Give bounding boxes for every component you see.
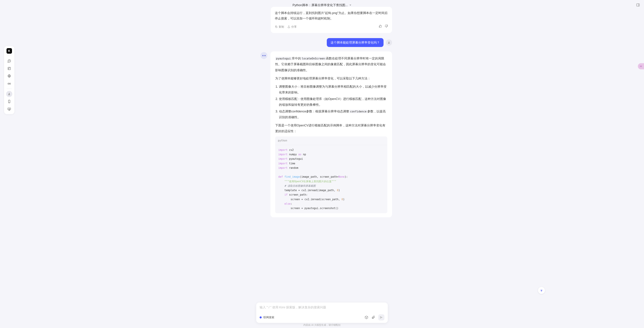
web-search-toggle[interactable]: 联网搜索 — [260, 316, 274, 319]
divider — [7, 89, 12, 89]
assistant-avatar — [260, 52, 267, 59]
user-message-bubble: 这个脚本能处理屏幕分辨率变化吗？ — [327, 38, 384, 47]
svg-point-23 — [642, 66, 642, 66]
chevron-down-icon — [349, 3, 352, 7]
assistant-paragraph: 下面是一个使用OpenCV进行模板匹配的示例脚本，这种方法对屏幕分辨率变化有更好… — [275, 122, 387, 134]
user-avatar-small — [386, 39, 392, 46]
divider — [7, 56, 12, 56]
conversation-title[interactable]: Python脚本：屏幕分辨率变化下查找图... — [292, 3, 352, 7]
svg-point-24 — [640, 67, 640, 67]
ai-disclaimer: 内容由 AI 大模型生成，请仔细甄别 — [303, 324, 340, 327]
thumbs-down-icon[interactable] — [384, 24, 388, 29]
floating-widget-icon[interactable] — [638, 63, 644, 69]
assistant-paragraph: 为了使脚本能够更好地处理屏幕分辨率变化，可以采取以下几种方法： — [275, 75, 387, 81]
code-language-label: python — [275, 136, 387, 145]
svg-point-7 — [9, 75, 10, 76]
svg-point-11 — [9, 93, 10, 94]
svg-point-8 — [8, 83, 9, 84]
web-search-indicator-icon — [260, 316, 262, 319]
assistant-content: pyautogui库中的locateOnScreen函数在处理不同屏幕分辨率时有… — [270, 51, 392, 217]
assistant-text: 这个脚本会持续运行，直到找到图片"起钩.png"为止。如果你想要脚本在一定时间后… — [275, 10, 388, 21]
svg-point-22 — [640, 66, 640, 66]
panel-toggle-icon[interactable] — [636, 3, 640, 7]
inline-code: locateOnScreen — [301, 57, 326, 60]
assistant-list: 调整图像大小：将目标图像调整为与屏幕分辨率相匹配的大小，以减少分辨率变化带来的影… — [279, 84, 387, 120]
download-icon[interactable] — [6, 106, 12, 112]
scroll-to-bottom-button[interactable] — [538, 287, 545, 294]
code-body: import cv2 import numpy as np import pya… — [275, 145, 387, 213]
svg-rect-0 — [637, 4, 640, 6]
title-text: Python脚本：屏幕分辨率变化下查找图... — [292, 3, 348, 7]
svg-point-20 — [388, 42, 389, 42]
mobile-icon[interactable] — [6, 98, 12, 105]
code-block: python import cv2 import numpy as np imp… — [275, 136, 387, 213]
assistant-message-row: pyautogui库中的locateOnScreen函数在处理不同屏幕分辨率时有… — [260, 51, 392, 217]
send-button[interactable] — [378, 314, 384, 321]
assistant-paragraph: pyautogui库中的locateOnScreen函数在处理不同屏幕分辨率时有… — [275, 55, 387, 73]
copy-button[interactable]: 复制 — [275, 24, 284, 29]
svg-point-9 — [10, 83, 10, 84]
list-item: 使用模板匹配：使用图像处理库（如OpenCV）进行模板匹配，这种方法对图像的缩放… — [279, 96, 387, 108]
cube-icon[interactable] — [364, 316, 368, 319]
svg-rect-4 — [8, 67, 10, 70]
svg-point-5 — [8, 68, 9, 69]
thumbs-up-icon[interactable] — [379, 24, 382, 29]
inline-code: confidence — [349, 110, 367, 113]
list-item: 调整图像大小：将目标图像调整为与屏幕分辨率相匹配的大小，以减少分辨率变化带来的影… — [279, 84, 387, 95]
svg-point-25 — [642, 67, 642, 67]
history-icon[interactable] — [6, 65, 12, 72]
svg-point-21 — [640, 66, 642, 67]
user-message-row: 这个脚本能处理屏幕分辨率变化吗？ — [260, 38, 392, 47]
share-button[interactable]: 分享 — [288, 24, 297, 29]
glasses-icon[interactable] — [6, 80, 12, 87]
svg-rect-18 — [276, 26, 277, 28]
attachment-icon[interactable] — [372, 316, 375, 319]
sidebar: K — [4, 46, 14, 114]
chat-input-area: 联网搜索 — [256, 303, 388, 323]
inline-code: pyautogui — [275, 57, 292, 60]
user-avatar[interactable] — [6, 91, 12, 97]
chat-input[interactable] — [260, 306, 384, 309]
assistant-message-card: 这个脚本会持续运行，直到找到图片"起钩.png"为止。如果你想要脚本在一定时间后… — [271, 7, 392, 33]
list-item: 动态调整confidence参数：根据屏幕分辨率动态调整confidence参数… — [279, 108, 387, 120]
message-actions: 复制 分享 — [275, 24, 388, 29]
settings-icon[interactable] — [6, 73, 12, 79]
new-chat-icon[interactable] — [6, 58, 12, 64]
logo[interactable]: K — [6, 48, 12, 54]
